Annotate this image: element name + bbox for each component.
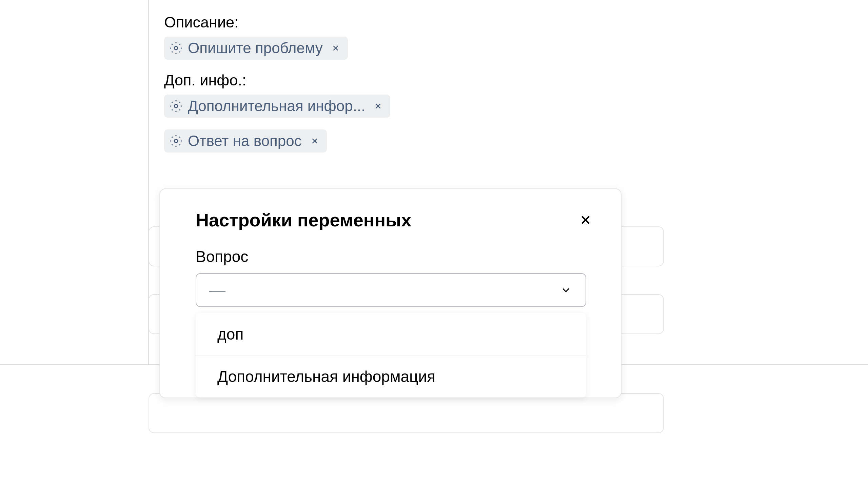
tag-label: Ответ на вопрос [188, 133, 302, 149]
close-icon[interactable] [330, 43, 341, 54]
tag-label: Дополнительная инфор... [188, 98, 365, 115]
description-label: Описание: [164, 14, 812, 31]
chevron-down-icon [559, 283, 573, 297]
modal-body: Вопрос — доп Дополнительная информация [160, 243, 621, 398]
card-placeholder-3[interactable] [149, 393, 664, 433]
tag-label: Опишите проблему [188, 40, 323, 57]
dropdown-options: доп Дополнительная информация [196, 313, 586, 398]
variable-settings-modal: Настройки переменных Вопрос — доп Дополн… [159, 188, 622, 398]
tag-additional-info[interactable]: Дополнительная инфор... [164, 95, 390, 118]
svg-point-0 [174, 46, 178, 50]
tag-answer-question[interactable]: Ответ на вопрос [164, 129, 327, 152]
gear-icon [170, 42, 182, 55]
svg-point-3 [174, 104, 178, 108]
additional-info-tags: Дополнительная инфор... [164, 95, 812, 118]
svg-point-6 [174, 139, 178, 143]
gear-icon [170, 135, 182, 147]
question-field-label: Вопрос [196, 247, 585, 266]
modal-header: Настройки переменных [160, 189, 621, 243]
fields-container: Описание: Опишите проблему Доп. [149, 0, 827, 152]
question-select[interactable]: — [196, 273, 586, 307]
additional-info-label: Доп. инфо.: [164, 72, 812, 89]
additional-info-tags-2: Ответ на вопрос [164, 129, 812, 152]
close-icon[interactable] [309, 136, 320, 146]
modal-close-button[interactable] [577, 211, 594, 229]
modal-title: Настройки переменных [196, 209, 411, 230]
tag-describe-problem[interactable]: Опишите проблему [164, 37, 348, 60]
select-placeholder: — [209, 281, 227, 300]
close-icon[interactable] [373, 101, 383, 111]
description-tags: Опишите проблему [164, 37, 812, 60]
dropdown-option-dop[interactable]: доп [196, 313, 586, 355]
gear-icon [170, 100, 182, 113]
dropdown-option-additional-info[interactable]: Дополнительная информация [196, 355, 586, 398]
